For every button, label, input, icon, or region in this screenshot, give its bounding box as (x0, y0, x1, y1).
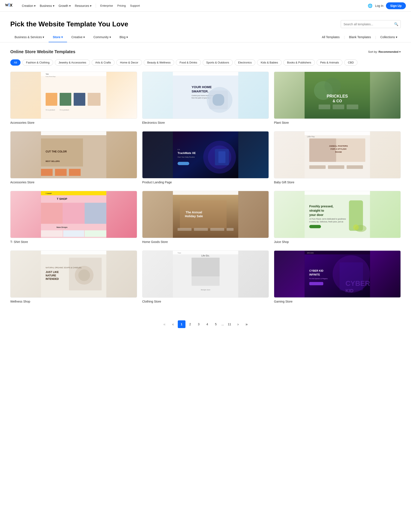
template-card-1[interactable]: YOUR HOME SMARTER. Control your home env… (142, 72, 269, 124)
template-card-11[interactable]: ARCADE CYBER KID INFINITE For All Gamers… (274, 250, 401, 303)
nav-creation[interactable]: Creation ▾ (22, 4, 36, 8)
template-name-1: Electronics Store (142, 121, 269, 124)
svg-text:I'm a product: I'm a product (46, 109, 55, 111)
category-pill-all[interactable]: All (10, 59, 20, 66)
nav-support[interactable]: Support (130, 4, 140, 7)
template-card-0[interactable]: Tote Furby Printed Bags I'm a product I'… (10, 72, 137, 124)
template-thumbnail-4: 0.4 TrackMate XE Own Your Daily Routine (142, 131, 269, 178)
page-5[interactable]: 5 (212, 320, 220, 328)
svg-rect-8 (88, 93, 100, 106)
signup-button[interactable]: Sign Up (386, 2, 406, 9)
svg-rect-5 (46, 93, 57, 106)
template-card-3[interactable]: CUT THE COLOR BEST SELLERS Accessories S… (10, 131, 137, 184)
tab-community[interactable]: Community ▾ (89, 32, 115, 42)
page-first[interactable]: « (161, 320, 168, 328)
svg-text:straight to: straight to (309, 209, 324, 212)
category-pill-sports---outdoors[interactable]: Sports & Outdoors (203, 59, 233, 66)
template-card-2[interactable]: PRICKLES & CO Plant Store (274, 72, 401, 124)
category-pill-cbd[interactable]: CBD (344, 59, 357, 66)
svg-text:INTENDED: INTENDED (46, 277, 59, 280)
search-icon[interactable]: 🔍 (392, 20, 401, 28)
svg-text:PRICKLES: PRICKLES (327, 94, 348, 98)
template-card-8[interactable]: Freshly pressed, straight to your door A… (274, 191, 401, 244)
svg-rect-103 (192, 258, 219, 276)
page-next[interactable]: › (234, 320, 242, 328)
svg-rect-57 (347, 165, 363, 169)
svg-rect-100 (173, 251, 238, 254)
svg-text:INFINITE: INFINITE (309, 273, 320, 276)
globe-icon[interactable]: 🌐 (368, 3, 373, 8)
filter-bar: Business & Services ▾ Store ▾ Creative ▾… (0, 32, 411, 42)
category-pill-electronics[interactable]: Electronics (235, 59, 256, 66)
template-thumbnail-10: Trace Life Etc. lifestyle store (142, 250, 269, 298)
nav-enterprise[interactable]: Enterprise (100, 4, 113, 7)
category-pill-food---drinks[interactable]: Food & Drinks (176, 59, 201, 66)
template-name-8: Juice Shop (274, 240, 401, 244)
page-last[interactable]: » (243, 320, 250, 328)
nav-right: 🌐 Log In Sign Up (368, 2, 406, 9)
category-pill-home---decor[interactable]: Home & Decor (116, 59, 142, 66)
svg-text:The Annual: The Annual (186, 210, 202, 214)
svg-text:Tote: Tote (46, 73, 49, 75)
search-input[interactable] (341, 21, 392, 28)
svg-rect-86 (309, 225, 321, 228)
template-name-6: T- Shirt Store (10, 240, 137, 244)
category-pill-books---publishers[interactable]: Books & Publishers (283, 59, 315, 66)
svg-text:Life Etc.: Life Etc. (201, 254, 210, 257)
tab-blog[interactable]: Blog ▾ (115, 32, 132, 42)
category-pill-fashion---clothing[interactable]: Fashion & Clothing (22, 59, 53, 66)
wix-logo[interactable] (5, 3, 15, 9)
svg-rect-56 (328, 165, 344, 169)
category-pill-arts---crafts[interactable]: Arts & Crafts (92, 59, 115, 66)
sort-control[interactable]: Sort by: Recommended ▾ (368, 50, 401, 53)
svg-point-94 (78, 269, 90, 281)
template-name-0: Accessories Store (10, 121, 137, 124)
svg-text:CUT THE COLOR: CUT THE COLOR (46, 150, 67, 153)
svg-text:At Pure Flavor, we're dedicate: At Pure Flavor, we're dedicated to goodn… (309, 218, 346, 220)
tab-creative[interactable]: Creative ▾ (67, 32, 89, 42)
template-thumbnail-9: NATURAL ORGANIC SOAPS & CANDLES JUST LIK… (10, 250, 137, 298)
svg-rect-28 (347, 105, 358, 109)
nav-pricing[interactable]: Pricing (117, 4, 126, 7)
nav-divider (96, 4, 96, 8)
tab-store[interactable]: Store ▾ (49, 32, 67, 42)
template-name-11: Gaming Store (274, 300, 401, 303)
svg-text:0.4: 0.4 (178, 149, 180, 151)
template-card-5[interactable]: ANIMAL POSTERS FOR A STYLISH ROOM Little… (274, 131, 401, 184)
page-3[interactable]: 3 (195, 320, 203, 328)
category-pill-jewelry---accessories[interactable]: Jewelry & Accessories (55, 59, 90, 66)
category-pill-pets---animals[interactable]: Pets & Animals (317, 59, 342, 66)
svg-rect-36 (69, 169, 81, 176)
template-card-6[interactable]: T SHOP T SHOP New Drops T- Shirt Store (10, 191, 137, 244)
tab-all-templates[interactable]: All Templates (319, 32, 343, 42)
tab-business-services[interactable]: Business & Services ▾ (10, 32, 49, 42)
template-card-9[interactable]: NATURAL ORGANIC SOAPS & CANDLES JUST LIK… (10, 250, 137, 303)
svg-text:KID: KID (346, 288, 354, 293)
tab-collections[interactable]: Collections ▾ (377, 32, 401, 42)
category-pill-beauty---wellness[interactable]: Beauty & Wellness (144, 59, 174, 66)
page-2[interactable]: 2 (186, 320, 194, 328)
svg-rect-67 (63, 230, 84, 237)
category-pill-kids---babies[interactable]: Kids & Babies (257, 59, 282, 66)
svg-rect-27 (333, 105, 344, 109)
template-card-7[interactable]: The Annual Holiday Sale Home Goods Store (142, 191, 269, 244)
page-11[interactable]: 11 (226, 320, 233, 328)
nav-business[interactable]: Business ▾ (40, 4, 55, 8)
nav-resources[interactable]: Resources ▾ (75, 4, 92, 8)
template-card-10[interactable]: Trace Life Etc. lifestyle store Clothing… (142, 250, 269, 303)
page-prev[interactable]: ‹ (169, 320, 177, 328)
nav-links: Creation ▾ Business ▾ Growth ▾ Resources… (22, 4, 140, 8)
top-nav: Creation ▾ Business ▾ Growth ▾ Resources… (0, 0, 411, 12)
svg-rect-44 (178, 162, 189, 165)
page-title: Pick the Website Template You Love (10, 20, 128, 28)
nav-growth[interactable]: Growth ▾ (59, 4, 71, 8)
template-thumbnail-7: The Annual Holiday Sale (142, 191, 269, 238)
page-4[interactable]: 4 (203, 320, 211, 328)
template-card-4[interactable]: 0.4 TrackMate XE Own Your Daily Routine … (142, 131, 269, 184)
page-1[interactable]: 1 (178, 320, 185, 328)
svg-point-89 (353, 225, 359, 230)
login-link[interactable]: Log In (375, 4, 383, 8)
svg-point-23 (324, 78, 341, 94)
svg-rect-109 (305, 251, 370, 254)
tab-blank-templates[interactable]: Blank Templates (346, 32, 374, 42)
